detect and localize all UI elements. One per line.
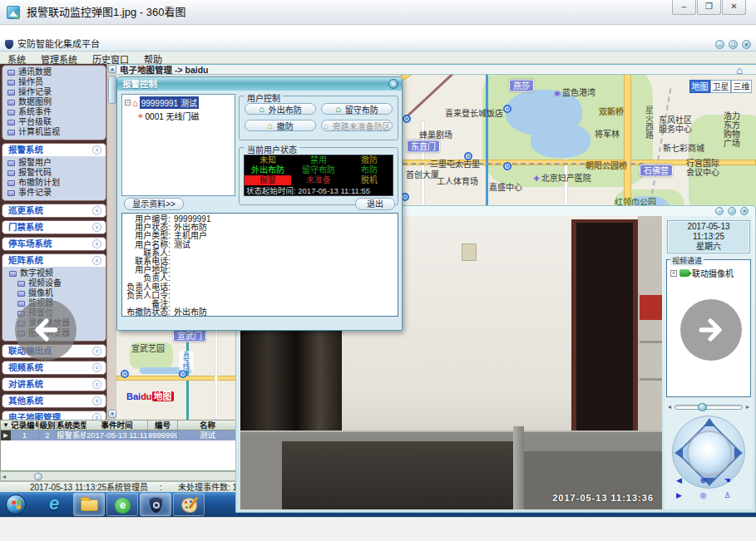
expand-icon[interactable]: + <box>670 270 677 277</box>
map-type-button[interactable]: 地图 <box>689 80 710 93</box>
file-explorer-button[interactable] <box>73 493 105 516</box>
scroll-left-icon[interactable]: ◂ <box>2 472 6 481</box>
sidebar-scrollbar[interactable]: ▲ ▼ <box>106 64 116 420</box>
ptz-function-button[interactable]: ◀ <box>673 475 685 485</box>
metro-station-icon[interactable]: M <box>179 370 187 378</box>
slider-thumb[interactable] <box>698 403 707 411</box>
sidebar-item[interactable]: 系统事件 <box>2 107 106 117</box>
sidebar-section-header[interactable]: 其他系统» <box>2 395 106 407</box>
sidebar-section-header[interactable]: 巡更系统» <box>2 204 106 217</box>
sidebar-section-header[interactable]: 报警系统» <box>2 144 106 156</box>
ptz-function-button[interactable]: ⊛ <box>697 475 709 485</box>
ptz-left-icon[interactable] <box>674 447 683 459</box>
sidebar-item[interactable]: 操作员 <box>2 77 106 87</box>
sidebar-item[interactable]: 操作记录 <box>2 87 106 97</box>
arm-control-button[interactable]: ⌂外出布防 <box>245 103 316 115</box>
sidebar-item[interactable]: 布撤防计划 <box>2 178 106 188</box>
expand-icon[interactable]: » <box>92 206 101 215</box>
ptz-center-ball[interactable] <box>687 430 732 475</box>
sidebar-item[interactable]: 通讯数据 <box>2 67 106 77</box>
table-hscrollbar[interactable]: ◂ <box>0 471 239 481</box>
sidebar-section-header[interactable]: 视频系统» <box>2 361 106 374</box>
exit-button[interactable]: 退出 <box>355 198 395 210</box>
ptz-function-button[interactable]: ◎ <box>697 490 709 500</box>
sidebar-item[interactable]: 视频设备 <box>2 278 106 288</box>
metro-station-icon[interactable]: M <box>121 370 129 378</box>
paint-viewer-button[interactable] <box>173 493 205 516</box>
ptz-function-button[interactable]: ☚ <box>721 475 734 485</box>
slider-track[interactable] <box>674 405 743 410</box>
arm-control-button[interactable]: ⌂撤防 <box>245 120 316 131</box>
sidebar-item[interactable]: 报警代码 <box>2 168 106 178</box>
app-restore-button[interactable]: □ <box>729 40 738 49</box>
expand-icon[interactable]: » <box>92 363 101 372</box>
hscroll-thumb[interactable] <box>34 473 42 480</box>
expand-icon[interactable]: » <box>92 396 101 406</box>
expand-icon[interactable]: » <box>92 239 101 248</box>
security-platform-button[interactable] <box>140 493 171 516</box>
scroll-thumb[interactable] <box>108 76 116 104</box>
collapse-icon[interactable]: » <box>92 145 101 155</box>
metro-station-icon[interactable]: M <box>503 162 511 170</box>
sort-icon[interactable]: ▼ <box>1 421 11 430</box>
column-header[interactable]: 记录编号 <box>11 421 39 430</box>
internet-explorer-icon[interactable]: e <box>42 493 67 516</box>
ptz-function-button[interactable]: ♙ <box>721 490 734 500</box>
maximize-button[interactable]: ❐ <box>697 0 721 15</box>
next-image-button[interactable] <box>680 299 742 361</box>
popup-minimize-button[interactable]: – <box>715 207 724 215</box>
column-header[interactable]: 名称 <box>178 421 238 430</box>
collapse-box-icon[interactable]: − <box>125 100 131 106</box>
column-header[interactable]: 编号 <box>148 421 178 430</box>
sidebar-item[interactable]: 数据图例 <box>2 97 106 107</box>
expand-icon[interactable]: » <box>92 223 101 232</box>
sidebar-section-header[interactable]: 对讲系统» <box>2 378 106 391</box>
ptz-function-button[interactable]: ▶ <box>673 490 685 500</box>
app-minimize-button[interactable]: – <box>715 40 724 49</box>
sidebar-item[interactable]: 计算机监视 <box>2 127 106 137</box>
slider-right-icon[interactable]: ▸ <box>746 403 749 411</box>
app-close-button[interactable]: ✕ <box>742 40 751 49</box>
collapse-icon[interactable]: » <box>92 256 101 265</box>
sidebar-item[interactable]: 平台级联 <box>2 117 106 127</box>
prev-image-button[interactable] <box>15 299 77 361</box>
column-header[interactable]: 级别 <box>39 421 57 430</box>
sidebar-section-header[interactable]: 停车场系统» <box>2 238 106 250</box>
sidebar-item[interactable]: 报警用户 <box>2 158 106 168</box>
sidebar-section-header[interactable]: 矩阵系统» <box>2 254 106 267</box>
popup-close-button[interactable]: ✕ <box>740 207 749 215</box>
dialog-close-button[interactable]: ✕ <box>388 79 398 89</box>
scroll-up-icon[interactable]: ▲ <box>108 65 116 73</box>
360-browser-button[interactable]: e <box>106 493 138 516</box>
channel-tree-item[interactable]: + 联动摄像机 <box>670 267 750 279</box>
bypass-zone-button[interactable]: ⌂旁路未准备防区 <box>321 120 393 131</box>
table-row[interactable]: ▶ 12报警系统2017-05-13 11:11:5599999991测试 <box>1 430 238 440</box>
start-button[interactable] <box>6 494 26 514</box>
dialog-titlebar[interactable]: 报警控制 ✕ <box>117 77 402 91</box>
sidebar-section-header[interactable]: 电子地图管理» <box>2 411 106 420</box>
sidebar-section-header[interactable]: 门禁系统» <box>2 221 106 234</box>
minimize-button[interactable]: – <box>672 0 696 15</box>
slider-left-icon[interactable]: ◂ <box>668 403 671 411</box>
popup-restore-button[interactable]: □ <box>728 207 736 215</box>
tree-child-item[interactable]: ✳ 0001 无线门磁 <box>122 111 235 121</box>
map-type-button[interactable]: 卫星 <box>710 80 731 93</box>
scroll-down-icon[interactable]: ▼ <box>108 410 116 418</box>
metro-station-icon[interactable]: M <box>503 105 511 113</box>
tree-root-item[interactable]: − ⌂ 99999991 测试 <box>122 97 235 108</box>
ptz-up-icon[interactable] <box>704 418 715 426</box>
expand-icon[interactable]: » <box>92 380 101 389</box>
ptz-right-icon[interactable] <box>734 447 743 459</box>
sidebar-item[interactable]: 事件记录 <box>2 188 106 198</box>
ptz-speed-slider[interactable]: ◂ ▸ <box>668 402 749 412</box>
expand-icon[interactable]: » <box>92 413 101 420</box>
column-header[interactable]: 事件时间 <box>86 421 148 430</box>
column-header[interactable]: 系统类型 <box>57 421 86 430</box>
sidebar-item[interactable]: 摄像机 <box>2 288 106 298</box>
sidebar-item[interactable]: 数字视频 <box>2 268 106 278</box>
map-type-button[interactable]: 三维 <box>731 80 752 93</box>
close-button[interactable]: ✕ <box>722 0 746 15</box>
show-info-button[interactable]: 显示资料>> <box>124 198 184 210</box>
expand-icon[interactable]: » <box>92 347 101 356</box>
arm-control-button[interactable]: ⌂留守布防 <box>321 103 393 115</box>
